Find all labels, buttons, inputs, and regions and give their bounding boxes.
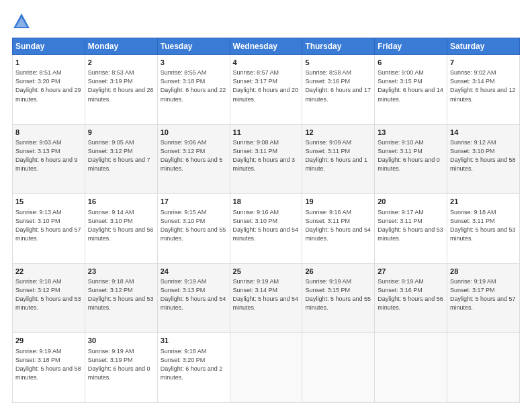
calendar-week-1: 1Sunrise: 8:51 AMSunset: 3:20 PMDaylight… [13,55,520,125]
day-header-tuesday: Tuesday [157,38,230,55]
calendar-cell: 19Sunrise: 9:16 AMSunset: 3:11 PMDayligh… [302,194,375,264]
day-number: 8 [15,128,82,138]
day-number: 15 [15,197,82,207]
day-header-saturday: Saturday [447,38,520,55]
day-info: Sunrise: 9:19 AMSunset: 3:17 PMDaylight:… [450,277,517,312]
day-info: Sunrise: 9:10 AMSunset: 3:11 PMDaylight:… [378,138,444,173]
day-number: 23 [88,267,154,277]
day-number: 31 [161,336,227,346]
day-number: 14 [450,128,517,138]
day-number: 9 [88,128,154,138]
calendar-cell: 10Sunrise: 9:06 AMSunset: 3:12 PMDayligh… [157,124,230,194]
day-number: 29 [15,336,82,346]
calendar-cell: 16Sunrise: 9:14 AMSunset: 3:10 PMDayligh… [85,194,157,264]
calendar-cell [302,333,375,403]
calendar-cell: 7Sunrise: 9:02 AMSunset: 3:14 PMDaylight… [447,55,520,125]
calendar-cell [447,333,520,403]
calendar-cell: 28Sunrise: 9:19 AMSunset: 3:17 PMDayligh… [447,263,520,333]
calendar-cell: 8Sunrise: 9:03 AMSunset: 3:13 PMDaylight… [13,124,85,194]
calendar-cell: 1Sunrise: 8:51 AMSunset: 3:20 PMDaylight… [13,55,85,125]
day-header-monday: Monday [85,38,157,55]
day-number: 7 [450,58,517,68]
day-info: Sunrise: 9:00 AMSunset: 3:15 PMDaylight:… [378,68,444,103]
day-info: Sunrise: 8:55 AMSunset: 3:18 PMDaylight:… [161,68,227,103]
day-number: 21 [450,197,517,207]
calendar-cell: 17Sunrise: 9:15 AMSunset: 3:10 PMDayligh… [157,194,230,264]
day-number: 3 [161,58,227,68]
calendar-cell: 15Sunrise: 9:13 AMSunset: 3:10 PMDayligh… [13,194,85,264]
day-number: 10 [161,128,227,138]
calendar-cell: 26Sunrise: 9:19 AMSunset: 3:15 PMDayligh… [302,263,375,333]
day-header-wednesday: Wednesday [230,38,302,55]
day-number: 11 [233,128,300,138]
calendar-cell: 31Sunrise: 9:18 AMSunset: 3:20 PMDayligh… [157,333,230,403]
day-number: 24 [161,267,227,277]
calendar-cell: 14Sunrise: 9:12 AMSunset: 3:10 PMDayligh… [447,124,520,194]
day-info: Sunrise: 9:19 AMSunset: 3:18 PMDaylight:… [15,347,82,382]
day-number: 17 [161,197,227,207]
day-number: 25 [233,267,300,277]
day-info: Sunrise: 9:13 AMSunset: 3:10 PMDaylight:… [15,208,82,243]
day-info: Sunrise: 8:57 AMSunset: 3:17 PMDaylight:… [233,68,300,103]
calendar-cell: 29Sunrise: 9:19 AMSunset: 3:18 PMDayligh… [13,333,85,403]
day-info: Sunrise: 9:08 AMSunset: 3:11 PMDaylight:… [233,138,300,173]
day-info: Sunrise: 9:03 AMSunset: 3:13 PMDaylight:… [15,138,82,173]
day-header-thursday: Thursday [302,38,375,55]
day-info: Sunrise: 8:51 AMSunset: 3:20 PMDaylight:… [15,68,82,103]
calendar-cell [230,333,302,403]
day-header-sunday: Sunday [13,38,85,55]
calendar-cell: 30Sunrise: 9:19 AMSunset: 3:19 PMDayligh… [85,333,157,403]
calendar-cell: 23Sunrise: 9:18 AMSunset: 3:12 PMDayligh… [85,263,157,333]
day-info: Sunrise: 9:19 AMSunset: 3:14 PMDaylight:… [233,277,300,312]
day-info: Sunrise: 9:19 AMSunset: 3:19 PMDaylight:… [88,347,154,382]
calendar-cell [375,333,447,403]
day-info: Sunrise: 9:17 AMSunset: 3:11 PMDaylight:… [378,208,444,243]
day-info: Sunrise: 9:15 AMSunset: 3:10 PMDaylight:… [161,208,227,243]
calendar-cell: 20Sunrise: 9:17 AMSunset: 3:11 PMDayligh… [375,194,447,264]
day-number: 22 [15,267,82,277]
day-number: 12 [305,128,371,138]
day-info: Sunrise: 9:12 AMSunset: 3:10 PMDaylight:… [450,138,517,173]
calendar-week-2: 8Sunrise: 9:03 AMSunset: 3:13 PMDaylight… [13,124,520,194]
day-info: Sunrise: 9:19 AMSunset: 3:13 PMDaylight:… [161,277,227,312]
day-number: 2 [88,58,154,68]
header [12,12,520,31]
day-info: Sunrise: 9:18 AMSunset: 3:12 PMDaylight:… [88,277,154,312]
day-info: Sunrise: 9:19 AMSunset: 3:16 PMDaylight:… [378,277,444,312]
day-number: 16 [88,197,154,207]
day-info: Sunrise: 9:18 AMSunset: 3:20 PMDaylight:… [161,347,227,382]
day-number: 19 [305,197,371,207]
calendar-cell: 13Sunrise: 9:10 AMSunset: 3:11 PMDayligh… [375,124,447,194]
day-number: 18 [233,197,300,207]
calendar-cell: 18Sunrise: 9:16 AMSunset: 3:10 PMDayligh… [230,194,302,264]
logo [12,12,34,31]
calendar-table: SundayMondayTuesdayWednesdayThursdayFrid… [12,38,520,403]
day-number: 26 [305,267,371,277]
calendar-cell: 24Sunrise: 9:19 AMSunset: 3:13 PMDayligh… [157,263,230,333]
calendar-week-3: 15Sunrise: 9:13 AMSunset: 3:10 PMDayligh… [13,194,520,264]
day-number: 1 [15,58,82,68]
day-number: 13 [378,128,444,138]
day-number: 6 [378,58,444,68]
day-info: Sunrise: 9:06 AMSunset: 3:12 PMDaylight:… [161,138,227,173]
calendar-cell: 11Sunrise: 9:08 AMSunset: 3:11 PMDayligh… [230,124,302,194]
day-number: 5 [305,58,371,68]
calendar-cell: 2Sunrise: 8:53 AMSunset: 3:19 PMDaylight… [85,55,157,125]
calendar-cell: 22Sunrise: 9:18 AMSunset: 3:12 PMDayligh… [13,263,85,333]
calendar-cell: 12Sunrise: 9:09 AMSunset: 3:11 PMDayligh… [302,124,375,194]
day-info: Sunrise: 8:58 AMSunset: 3:16 PMDaylight:… [305,68,371,103]
day-number: 28 [450,267,517,277]
day-info: Sunrise: 9:16 AMSunset: 3:10 PMDaylight:… [233,208,300,243]
logo-icon [12,12,31,31]
calendar-cell: 27Sunrise: 9:19 AMSunset: 3:16 PMDayligh… [375,263,447,333]
day-info: Sunrise: 9:18 AMSunset: 3:11 PMDaylight:… [450,208,517,243]
day-info: Sunrise: 9:16 AMSunset: 3:11 PMDaylight:… [305,208,371,243]
day-info: Sunrise: 8:53 AMSunset: 3:19 PMDaylight:… [88,68,154,103]
day-info: Sunrise: 9:19 AMSunset: 3:15 PMDaylight:… [305,277,371,312]
day-info: Sunrise: 9:09 AMSunset: 3:11 PMDaylight:… [305,138,371,173]
day-number: 4 [233,58,300,68]
calendar-cell: 4Sunrise: 8:57 AMSunset: 3:17 PMDaylight… [230,55,302,125]
calendar-cell: 21Sunrise: 9:18 AMSunset: 3:11 PMDayligh… [447,194,520,264]
day-info: Sunrise: 9:05 AMSunset: 3:12 PMDaylight:… [88,138,154,173]
calendar-cell: 25Sunrise: 9:19 AMSunset: 3:14 PMDayligh… [230,263,302,333]
